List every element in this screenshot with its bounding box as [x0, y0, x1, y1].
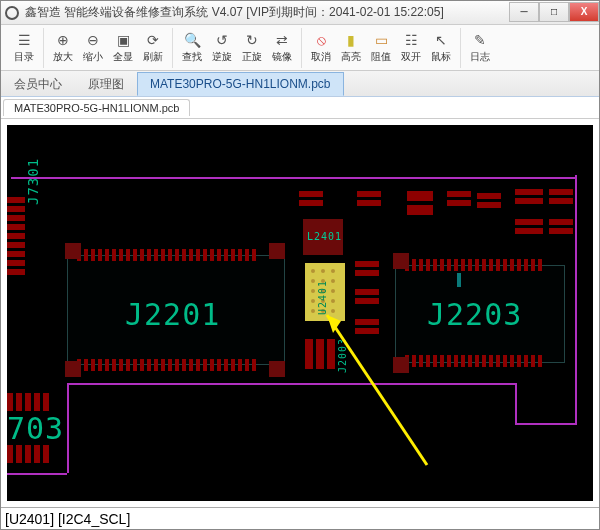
j2201-corner: [65, 361, 81, 377]
j2201-corner: [269, 243, 285, 259]
resist-icon: ▭: [372, 31, 390, 49]
board-outline: [515, 383, 517, 425]
j2203-corner: [393, 357, 409, 373]
main-tabs: 会员中心 原理图 MATE30PRO-5G-HN1LIONM.pcb: [1, 71, 599, 97]
refresh-button[interactable]: ⟳刷新: [138, 28, 168, 68]
ref-j2201: J2201: [125, 297, 220, 332]
titlebar: 鑫智造 智能终端设备维修查询系统 V4.07 [VIP到期时间：2041-02-…: [1, 1, 599, 25]
catalog-button[interactable]: ☰目录: [9, 28, 39, 68]
log-button[interactable]: ✎日志: [465, 28, 495, 68]
document-tabs: MATE30PRO-5G-HN1LIONM.pcb: [1, 97, 599, 119]
mirror-icon: ⇄: [273, 31, 291, 49]
board-outline: [67, 383, 517, 385]
pads-703-bot: [7, 445, 49, 463]
rotate-ccw-button[interactable]: ↺逆旋: [207, 28, 237, 68]
mirror-button[interactable]: ⇄镜像: [267, 28, 297, 68]
list-icon: ☰: [15, 31, 33, 49]
zoom-in-button[interactable]: ⊕放大: [48, 28, 78, 68]
rotate-cw-icon: ↻: [243, 31, 261, 49]
maximize-button[interactable]: □: [539, 2, 569, 22]
pads-cap-3: [355, 319, 379, 334]
ref-j2003: J2003: [337, 338, 348, 373]
zoom-in-icon: ⊕: [54, 31, 72, 49]
ref-l2401: L2401: [307, 231, 342, 242]
board-outline: [67, 383, 69, 473]
document-tab[interactable]: MATE30PRO-5G-HN1LIONM.pcb: [3, 99, 190, 116]
fit-icon: ▣: [114, 31, 132, 49]
pads-cap-1: [355, 261, 379, 276]
cancel-icon: ⦸: [312, 31, 330, 49]
ref-u2401: U2401: [317, 280, 328, 315]
app-icon: [5, 6, 19, 20]
rotate-cw-button[interactable]: ↻正旋: [237, 28, 267, 68]
app-window: 鑫智造 智能终端设备维修查询系统 V4.07 [VIP到期时间：2041-02-…: [0, 0, 600, 530]
pads-vert-5: [477, 193, 501, 208]
j2201-pads-bot: [77, 359, 256, 371]
j7301-pads: [7, 197, 25, 275]
zoom-out-button[interactable]: ⊖缩小: [78, 28, 108, 68]
search-icon: 🔍: [183, 31, 201, 49]
tab-member[interactable]: 会员中心: [1, 72, 75, 96]
window-buttons: ─ □ X: [509, 4, 599, 22]
j2203-pads-bot: [405, 355, 542, 367]
j2201-pads-top: [77, 249, 256, 261]
pads-vert-6: [515, 189, 543, 204]
status-bar: [U2401] [I2C4_SCL]: [1, 507, 599, 529]
j2201-corner: [65, 243, 81, 259]
pcb-canvas[interactable]: J7301 J2201 J2203: [7, 125, 593, 501]
pads-vert-3: [407, 191, 433, 215]
pads-vert-8: [515, 219, 543, 234]
pads-vert-7: [549, 189, 573, 204]
canvas-container: J7301 J2201 J2203: [1, 119, 599, 507]
dual-button[interactable]: ☷双开: [396, 28, 426, 68]
ref-703: 703: [7, 411, 64, 446]
comp-j2003: [305, 339, 335, 369]
window-title: 鑫智造 智能终端设备维修查询系统 V4.07 [VIP到期时间：2041-02-…: [25, 4, 509, 21]
cancel-button[interactable]: ⦸取消: [306, 28, 336, 68]
j2203-corner: [393, 253, 409, 269]
board-outline: [575, 175, 577, 425]
log-icon: ✎: [471, 31, 489, 49]
board-outline: [7, 473, 67, 475]
highlight-button[interactable]: ▮高亮: [336, 28, 366, 68]
ref-j2203: J2203: [427, 297, 522, 332]
status-text: [U2401] [I2C4_SCL]: [5, 511, 130, 527]
resist-button[interactable]: ▭阻值: [366, 28, 396, 68]
rotate-ccw-icon: ↺: [213, 31, 231, 49]
tab-schematic[interactable]: 原理图: [75, 72, 137, 96]
j2203-pads-top: [405, 259, 542, 271]
zoom-out-icon: ⊖: [84, 31, 102, 49]
j2201-corner: [269, 361, 285, 377]
close-button[interactable]: X: [569, 2, 599, 22]
pads-vert-2: [357, 191, 381, 206]
pads-cap-2: [355, 289, 379, 304]
minimize-button[interactable]: ─: [509, 2, 539, 22]
pads-703-top: [7, 393, 49, 411]
pads-vert-1: [299, 191, 323, 206]
cursor-icon: ↖: [432, 31, 450, 49]
cursor-button[interactable]: ↖鼠标: [426, 28, 456, 68]
board-outline: [11, 175, 575, 179]
highlight-icon: ▮: [342, 31, 360, 49]
pads-vert-4: [447, 191, 471, 206]
refresh-icon: ⟳: [144, 31, 162, 49]
board-outline: [517, 423, 577, 425]
dual-icon: ☷: [402, 31, 420, 49]
find-button[interactable]: 🔍查找: [177, 28, 207, 68]
j2203-mark: [457, 273, 461, 287]
tab-pcb[interactable]: MATE30PRO-5G-HN1LIONM.pcb: [137, 72, 344, 96]
main-toolbar: ☰目录 ⊕放大 ⊖缩小 ▣全显 ⟳刷新 🔍查找 ↺逆旋 ↻正旋 ⇄镜像 ⦸取消 …: [1, 25, 599, 71]
pads-vert-9: [549, 219, 573, 234]
fit-button[interactable]: ▣全显: [108, 28, 138, 68]
ref-j7301: J7301: [25, 158, 41, 205]
